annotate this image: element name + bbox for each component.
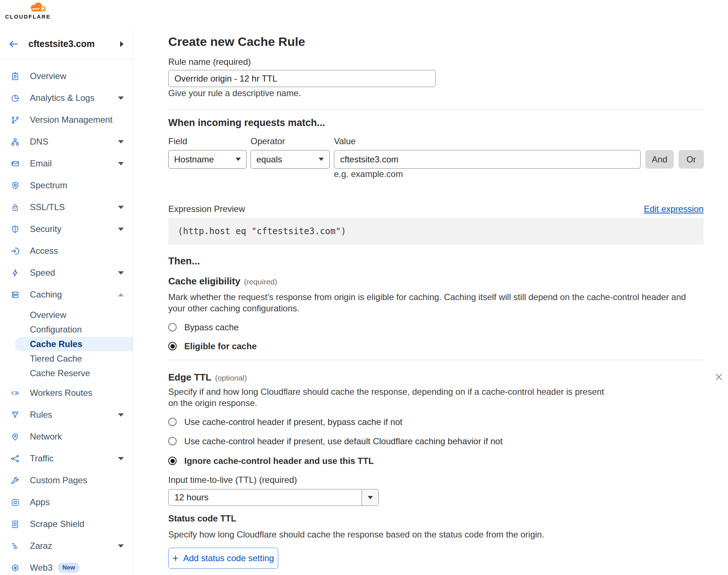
chevron-down-icon: [118, 457, 124, 460]
radio-label: Ignore cache-control header and use this…: [184, 456, 374, 466]
new-badge: New: [58, 563, 80, 573]
main-content: Create new Cache Rule Rule name (require…: [134, 0, 728, 575]
sidebar-item-network[interactable]: Network: [0, 426, 133, 448]
operator-select-value: equals: [256, 154, 282, 165]
sidebar: cftestsite3.com Overview Analytics & Log…: [0, 29, 133, 575]
sidebar-item-label: SSL/TLS: [30, 202, 65, 212]
field-select-value: Hostname: [174, 154, 214, 165]
sidebar-item-label: Apps: [30, 497, 50, 507]
sidebar-item-analytics-logs[interactable]: Analytics & Logs: [0, 87, 133, 109]
sidebar-subitem-caching-overview[interactable]: Overview: [0, 308, 133, 322]
sidebar-item-apps[interactable]: Apps: [0, 491, 133, 513]
sidebar-item-label: Network: [30, 432, 62, 442]
sidebar-item-label: Spectrum: [30, 180, 67, 190]
sidebar-item-label: Analytics & Logs: [30, 93, 94, 103]
value-input[interactable]: [334, 150, 641, 169]
chevron-down-icon: [118, 97, 124, 100]
pie-chart-icon: [11, 94, 20, 103]
eligible-for-cache-option[interactable]: Eligible for cache: [168, 342, 257, 351]
sidebar-item-label: Security: [30, 224, 62, 234]
sidebar-item-scrape-shield[interactable]: Scrape Shield: [0, 513, 133, 535]
site-name: cftestsite3.com: [28, 39, 95, 49]
site-selector[interactable]: cftestsite3.com: [0, 29, 133, 59]
sidebar-item-dns[interactable]: DNS: [0, 131, 133, 153]
sidebar-subitem-configuration[interactable]: Configuration: [0, 322, 133, 337]
radio-unselected-icon[interactable]: [168, 418, 177, 426]
sidebar-item-security[interactable]: Security: [0, 218, 133, 240]
chevron-down-icon: [118, 140, 124, 143]
sidebar-item-traffic[interactable]: Traffic: [0, 448, 133, 469]
rule-name-input[interactable]: [168, 70, 436, 87]
cache-stack-icon: [11, 290, 20, 299]
sidebar-item-caching[interactable]: Caching: [0, 284, 133, 306]
subitem-label: Cache Rules: [30, 339, 82, 349]
field-select[interactable]: Hostname: [168, 150, 247, 169]
app-box-icon: [11, 498, 20, 507]
radio-unselected-icon[interactable]: [168, 323, 177, 331]
edge-ttl-option-bypass[interactable]: Use cache-control header if present, byp…: [168, 417, 402, 426]
section-divider: [168, 360, 704, 360]
section-divider: [168, 109, 704, 110]
edge-ttl-title-text: Edge TTL: [168, 372, 211, 383]
sidebar-item-label: Custom Pages: [30, 475, 87, 485]
edge-ttl-option-default[interactable]: Use cache-control header if present, use…: [168, 437, 503, 446]
ttl-select-value: 12 hours: [169, 492, 362, 503]
sidebar-item-version-management[interactable]: Version Management: [0, 109, 133, 131]
sidebar-item-access[interactable]: Access: [0, 240, 133, 262]
cache-eligibility-description: Mark whether the request's response from…: [168, 291, 704, 314]
cache-eligibility-title-text: Cache eligibility: [168, 276, 240, 287]
ttl-select-button[interactable]: [362, 489, 378, 505]
sidebar-subitem-cache-reserve[interactable]: Cache Reserve: [0, 366, 133, 381]
chevron-down-icon: [118, 162, 124, 165]
edit-expression-link[interactable]: Edit expression: [644, 204, 704, 214]
sidebar-item-ssl-tls[interactable]: SSL/TLS: [0, 196, 133, 218]
sidebar-item-rules[interactable]: Rules: [0, 404, 133, 426]
sidebar-item-label: Rules: [30, 410, 52, 420]
sidebar-nav: Overview Analytics & Logs Version Manage…: [0, 59, 133, 575]
edge-ttl-option-ignore[interactable]: Ignore cache-control header and use this…: [168, 456, 374, 465]
sidebar-item-web3[interactable]: Web3 New: [0, 557, 133, 575]
ttl-select[interactable]: 12 hours: [168, 489, 379, 506]
and-button[interactable]: And: [645, 150, 674, 169]
chevron-down-icon: [118, 413, 124, 417]
expression-row: Expression Preview Edit expression: [168, 204, 704, 214]
back-arrow-icon[interactable]: [8, 39, 19, 50]
sidebar-item-label: Scrape Shield: [30, 519, 84, 529]
sidebar-item-overview[interactable]: Overview: [0, 65, 133, 87]
rule-name-help: Give your rule a descriptive name.: [168, 88, 301, 98]
envelope-icon: [11, 159, 20, 168]
sidebar-item-label: DNS: [30, 137, 48, 147]
wrench-icon: [11, 476, 20, 485]
sidebar-item-custom-pages[interactable]: Custom Pages: [0, 469, 133, 491]
sidebar-item-email[interactable]: Email: [0, 153, 133, 174]
close-edge-ttl-button[interactable]: [714, 372, 724, 383]
caret-right-icon[interactable]: [120, 41, 123, 47]
sidebar-item-label: Version Management: [30, 115, 113, 125]
bypass-cache-option[interactable]: Bypass cache: [168, 323, 239, 332]
radio-label: Use cache-control header if present, byp…: [184, 417, 402, 427]
shield-icon: [11, 225, 20, 234]
sidebar-item-workers-routes[interactable]: Workers Routes: [0, 382, 133, 404]
sidebar-item-label: Access: [30, 246, 58, 256]
git-branch-icon: [11, 115, 20, 125]
radio-selected-icon[interactable]: [168, 457, 177, 465]
brand-wordmark: CLOUDFLARE: [5, 13, 50, 20]
sidebar-item-speed[interactable]: Speed: [0, 262, 133, 284]
or-button[interactable]: Or: [678, 150, 704, 169]
chevron-down-icon: [319, 158, 324, 161]
subitem-label: Configuration: [30, 324, 82, 335]
sidebar-item-spectrum[interactable]: Spectrum: [0, 174, 133, 196]
rule-name-label: Rule name (required): [168, 57, 251, 67]
operator-select[interactable]: equals: [251, 150, 330, 169]
radio-unselected-icon[interactable]: [168, 437, 177, 445]
filter-icon: [11, 410, 20, 420]
sidebar-subitem-cache-rules[interactable]: Cache Rules: [15, 337, 133, 351]
sidebar-subitem-tiered-cache[interactable]: Tiered Cache: [0, 351, 133, 366]
page-title: Create new Cache Rule: [168, 35, 305, 49]
sidebar-item-label: Speed: [30, 268, 55, 278]
hierarchy-icon: [11, 137, 20, 146]
radio-selected-icon[interactable]: [168, 342, 177, 350]
sidebar-item-zaraz[interactable]: Zaraz: [0, 535, 133, 557]
status-code-ttl-description: Specify how long Cloudflare should cache…: [168, 529, 704, 540]
add-status-code-setting-button[interactable]: + Add status code setting: [168, 548, 278, 569]
